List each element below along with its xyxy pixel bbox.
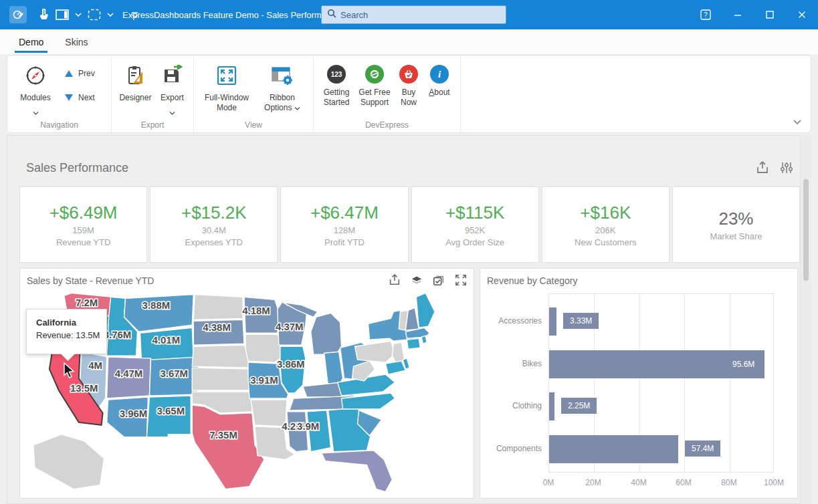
kpi-card-row: +$6.49M 159M Revenue YTD +$15.2K 30.4M E… xyxy=(19,186,800,263)
buy-now-button[interactable]: Buy Now xyxy=(394,61,423,116)
state-ND[interactable] xyxy=(193,294,243,320)
close-button[interactable] xyxy=(786,0,818,29)
state-FL[interactable] xyxy=(322,451,393,492)
scrollbar-thumb[interactable] xyxy=(803,179,809,281)
prev-button[interactable]: Prev xyxy=(65,69,95,78)
state-RI[interactable] xyxy=(421,336,427,344)
x-axis-tick-label: 60M xyxy=(676,478,691,487)
ribbon-group-devexpress: 123 Getting Started Get Free Support Buy… xyxy=(314,55,461,132)
full-window-icon xyxy=(216,65,237,89)
kpi-card-market-share[interactable]: 23% Market Share xyxy=(672,186,800,263)
search-input[interactable] xyxy=(340,10,474,20)
bar-value-badge: 2.25M xyxy=(561,398,597,414)
category-label: Bikes xyxy=(480,359,542,368)
dashboard-parameters-icon[interactable] xyxy=(780,161,793,177)
kpi-value: +$6.47M xyxy=(310,203,379,223)
map-panel-title: Sales by State - Revenue YTD xyxy=(27,275,154,286)
kpi-value: +$6.49M xyxy=(49,203,118,223)
modules-button[interactable]: Modules xyxy=(11,61,60,118)
state-MD[interactable] xyxy=(385,361,405,374)
state-AK[interactable] xyxy=(33,434,104,489)
reading-mode-icon[interactable] xyxy=(56,9,69,20)
export-save-icon xyxy=(161,65,183,89)
selection-mode-icon[interactable] xyxy=(88,9,101,21)
state-value-label: 3.9M xyxy=(297,420,319,432)
kpi-value: +$16K xyxy=(580,203,631,223)
multi-select-icon[interactable] xyxy=(433,274,445,289)
chart-panel-title: Revenue by Category xyxy=(487,275,577,286)
bar-value-label: 95.6M xyxy=(732,360,754,369)
state-value-label: 4.38M xyxy=(203,322,231,333)
maximize-button[interactable] xyxy=(754,0,786,29)
kpi-card-new-customers[interactable]: +$16K 206K New Customers xyxy=(542,186,670,263)
vertical-scrollbar[interactable] xyxy=(800,135,811,504)
ribbon: Modules Prev Next Navigation Designer Ex… xyxy=(7,55,811,133)
state-NE[interactable] xyxy=(192,345,251,368)
export-button[interactable]: Export xyxy=(155,61,189,118)
export-dashboard-icon[interactable] xyxy=(756,161,769,177)
designer-button[interactable]: Designer xyxy=(116,61,155,116)
chevron-down-icon[interactable] xyxy=(107,13,114,17)
state-value-label: 3.65M xyxy=(157,405,185,416)
ribbon-options-icon xyxy=(271,65,294,89)
kpi-card-profit[interactable]: +$6.47M 128M Profit YTD xyxy=(280,186,408,263)
state-value-label: 3.96M xyxy=(120,408,148,419)
compass-icon xyxy=(25,65,46,89)
state-IA[interactable] xyxy=(245,334,282,362)
window-buttons: ? xyxy=(690,0,818,29)
chevron-down-icon[interactable] xyxy=(75,13,82,17)
ribbon-group-navigation: Modules Prev Next Navigation xyxy=(7,55,112,132)
state-value-label: 3.67M xyxy=(161,368,189,379)
collapse-ribbon-icon[interactable] xyxy=(793,115,801,127)
bar-clothing[interactable] xyxy=(549,392,554,420)
chevron-down-icon xyxy=(33,106,39,118)
ribbon-tab-row: Demo Skins xyxy=(0,29,818,54)
bar-accessories[interactable] xyxy=(549,307,556,336)
getting-started-button[interactable]: 123 Getting Started xyxy=(318,61,355,116)
tab-skins[interactable]: Skins xyxy=(54,29,98,54)
state-value-label: 13.5M xyxy=(70,382,98,394)
kpi-value: 23% xyxy=(718,209,753,229)
dashboard-surface: Sales Performance +$6.49M 159M Revenue Y… xyxy=(7,135,811,504)
bar-chart-panel: Revenue by Category 3.33M95.6M2.25M57.4M… xyxy=(480,268,798,499)
about-button[interactable]: i About xyxy=(423,61,455,116)
bar-value-badge: 3.33M xyxy=(563,313,599,329)
state-value-label: 7.2M xyxy=(76,297,98,308)
category-label: Clothing xyxy=(480,401,542,410)
svg-text:?: ? xyxy=(704,11,708,19)
tooltip-value: Revenue: 13.5M xyxy=(36,330,106,340)
maximize-item-icon[interactable] xyxy=(455,274,467,289)
kpi-card-revenue[interactable]: +$6.49M 159M Revenue YTD xyxy=(19,186,147,263)
kpi-subvalue: 128M xyxy=(334,225,356,235)
full-window-mode-button[interactable]: Full-Window Mode xyxy=(198,61,255,116)
search-box[interactable] xyxy=(321,5,506,24)
kpi-subvalue: 952K xyxy=(465,225,485,235)
state-value-label: 4M xyxy=(88,360,102,371)
get-free-support-button[interactable]: Get Free Support xyxy=(355,61,394,116)
state-KS[interactable] xyxy=(192,368,252,390)
x-axis-tick-label: 20M xyxy=(585,478,601,487)
kpi-card-avg-order[interactable]: +$115K 952K Avg Order Size xyxy=(411,186,539,263)
minimize-button[interactable] xyxy=(722,0,754,29)
state-ME[interactable] xyxy=(416,293,435,328)
x-axis-tick-label: 0M xyxy=(543,478,554,487)
ribbon-group-export: Designer Export Export xyxy=(112,55,194,132)
app-logo-icon[interactable] xyxy=(9,6,27,23)
up-triangle-icon xyxy=(65,70,73,77)
help-button[interactable]: ? xyxy=(690,0,722,29)
touch-mode-icon[interactable] xyxy=(37,9,49,21)
state-value-label: 4.01M xyxy=(152,334,181,346)
kpi-label: Expenses YTD xyxy=(185,237,243,247)
kpi-card-expenses[interactable]: +$15.2K 30.4M Expenses YTD xyxy=(150,186,278,263)
export-map-icon[interactable] xyxy=(389,274,401,289)
kpi-subvalue: 30.4M xyxy=(202,225,226,235)
layers-icon[interactable] xyxy=(411,274,423,289)
state-value-label: 7.35M xyxy=(209,429,237,440)
window-title: ExpressDashboards Feature Demo - Sales P… xyxy=(122,0,340,29)
state-CT[interactable] xyxy=(407,338,420,349)
tab-demo[interactable]: Demo xyxy=(8,29,54,54)
ribbon-options-button[interactable]: Ribbon Options xyxy=(255,61,309,116)
bar-components[interactable] xyxy=(549,435,678,463)
designer-icon xyxy=(124,65,146,89)
next-button[interactable]: Next xyxy=(65,93,95,102)
